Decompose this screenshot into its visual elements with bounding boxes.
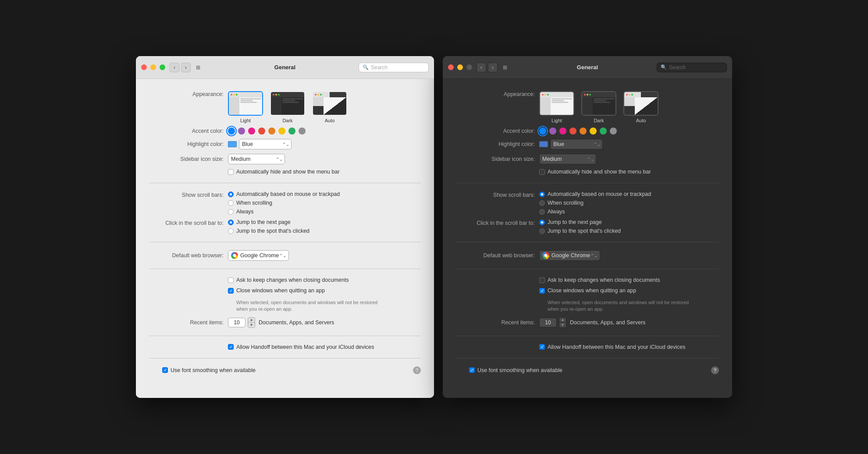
appearance-dark-thumb[interactable] — [270, 91, 305, 116]
scrollbars-radio1-light[interactable] — [228, 192, 234, 197]
recent-items-down-light[interactable]: ▼ — [248, 323, 255, 327]
close-windows-checkbox-light[interactable]: ✓ — [228, 288, 234, 294]
ask-keep-checkbox-light[interactable] — [228, 277, 234, 283]
recent-items-input-light[interactable] — [228, 318, 245, 327]
close-button-dark[interactable] — [448, 64, 454, 70]
scrollbars-radio3-dark[interactable] — [539, 209, 545, 215]
maximize-button-dark[interactable] — [466, 64, 472, 70]
browser-content-dark: Google Chrome ⌃⌄ — [539, 250, 719, 261]
accent-graphite-dark[interactable] — [610, 128, 617, 135]
accent-red-light[interactable] — [258, 128, 265, 135]
browser-content-light: Google Chrome ⌃⌄ — [228, 250, 421, 261]
scrollbars-radio2-light[interactable] — [228, 200, 234, 206]
back-button-dark[interactable]: ‹ — [477, 63, 486, 72]
accent-red-dark[interactable] — [569, 128, 576, 135]
handoff-content-dark: ✓ Allow Handoff between this Mac and you… — [539, 344, 719, 350]
accent-color-content-dark — [539, 128, 719, 135]
grid-button-dark[interactable]: ⊞ — [500, 63, 510, 72]
close-windows-checkbox-dark[interactable]: ✓ — [539, 288, 545, 294]
menubar-checkbox-light[interactable] — [228, 169, 234, 175]
accent-green-light[interactable] — [288, 128, 295, 135]
browser-value-dark: Google Chrome — [551, 252, 590, 259]
accent-blue-light[interactable] — [228, 128, 235, 135]
accent-graphite-light[interactable] — [299, 128, 306, 135]
content-dark: Appearance: — [443, 79, 732, 398]
clickscroll-radio1-light[interactable] — [228, 220, 234, 225]
help-button-light[interactable]: ? — [413, 366, 421, 374]
help-button-dark[interactable]: ? — [711, 366, 719, 374]
appearance-light-thumb[interactable] — [228, 91, 263, 116]
appearance-auto-option[interactable]: Auto — [312, 91, 347, 123]
font-smoothing-checkbox-dark[interactable]: ✓ — [469, 367, 475, 373]
accent-pink-dark[interactable] — [559, 128, 566, 135]
appearance-dark-thumb-dark[interactable] — [581, 91, 616, 116]
close-windows-note-row-light: When selected, open documents and window… — [149, 298, 421, 313]
sidebar-select-dark[interactable]: Medium — [539, 154, 596, 164]
clickscroll-radio2-light[interactable] — [228, 228, 234, 234]
browser-select-light[interactable]: Google Chrome ⌃⌄ — [228, 250, 289, 261]
minimize-button-dark[interactable] — [457, 64, 463, 70]
forward-button-dark[interactable]: › — [488, 63, 498, 72]
recent-items-up-dark[interactable]: ▲ — [559, 318, 566, 323]
browser-select-dark[interactable]: Google Chrome ⌃⌄ — [539, 250, 600, 261]
scrollbars-radio1-dark[interactable] — [539, 192, 545, 197]
appearance-auto-thumb-dark[interactable] — [623, 91, 658, 116]
recent-items-input-dark[interactable] — [539, 318, 557, 327]
recent-items-stepper-dark: ▲ ▼ — [539, 317, 566, 328]
clickscroll-option1-dark: Jump to the next page — [539, 219, 621, 225]
appearance-content-dark: Light — [539, 91, 719, 123]
font-smoothing-checkbox-light[interactable]: ✓ — [162, 367, 168, 373]
accent-orange-light[interactable] — [268, 128, 275, 135]
accent-yellow-light[interactable] — [278, 128, 285, 135]
forward-button-light[interactable]: › — [181, 63, 191, 72]
appearance-dark-label: Dark — [282, 118, 292, 123]
accent-pink-light[interactable] — [248, 128, 255, 135]
recent-items-arrows-light: ▲ ▼ — [248, 317, 255, 328]
appearance-dark-option-dark[interactable]: Dark — [581, 91, 616, 123]
appearance-light-thumb-dark[interactable] — [539, 91, 574, 116]
font-smoothing-label-dark: Use font smoothing when available — [477, 367, 562, 373]
highlight-select-wrapper-light: Blue ⌃⌄ — [228, 139, 292, 149]
titlebar-dark: ‹ › ⊞ General 🔍 Search — [443, 56, 732, 79]
scrollbars-radio3-light[interactable] — [228, 209, 234, 215]
handoff-checkbox-dark[interactable]: ✓ — [539, 344, 545, 350]
appearance-dark-option[interactable]: Dark — [270, 91, 305, 123]
recent-items-down-dark[interactable]: ▼ — [559, 323, 566, 327]
appearance-auto-option-dark[interactable]: Auto — [623, 91, 658, 123]
handoff-checkbox-label-light: Allow Handoff between this Mac and your … — [236, 344, 374, 350]
handoff-checkbox-light[interactable]: ✓ — [228, 344, 234, 350]
maximize-button-light[interactable] — [160, 64, 165, 70]
appearance-light-option-dark[interactable]: Light — [539, 91, 574, 123]
highlight-select-dark[interactable]: Blue — [550, 139, 603, 149]
appearance-light-label-dark: Light — [551, 118, 562, 123]
minimize-button-light[interactable] — [150, 64, 156, 70]
recent-items-up-light[interactable]: ▲ — [248, 318, 255, 323]
sidebar-select-light[interactable]: Medium — [228, 154, 285, 164]
content-light: Appearance: — [136, 79, 434, 398]
accent-purple-dark[interactable] — [549, 128, 556, 135]
chrome-icon-light — [231, 252, 238, 259]
search-box-light[interactable]: 🔍 Search — [359, 63, 429, 72]
highlight-select-light[interactable]: Blue — [239, 139, 292, 149]
accent-orange-dark[interactable] — [580, 128, 587, 135]
search-box-dark[interactable]: 🔍 Search — [657, 63, 727, 72]
grid-button-light[interactable]: ⊞ — [193, 63, 203, 72]
accent-blue-dark[interactable] — [539, 128, 546, 135]
menubar-checkbox-dark[interactable] — [539, 169, 545, 175]
nav-buttons-light: ‹ › — [170, 63, 191, 72]
clickscroll-radio2-dark[interactable] — [539, 228, 545, 234]
back-button-light[interactable]: ‹ — [170, 63, 179, 72]
traffic-lights-dark — [448, 64, 472, 70]
scrollbars-option3-dark: Always — [539, 209, 651, 215]
divider4-dark — [456, 336, 719, 336]
scrollbars-radio1-label-dark: Automatically based on mouse or trackpad — [548, 191, 651, 197]
accent-purple-light[interactable] — [238, 128, 245, 135]
appearance-light-option[interactable]: Light — [228, 91, 263, 123]
appearance-auto-thumb[interactable] — [312, 91, 347, 116]
ask-keep-checkbox-dark[interactable] — [539, 277, 545, 283]
accent-green-dark[interactable] — [600, 128, 607, 135]
clickscroll-radio1-dark[interactable] — [539, 220, 545, 225]
close-button-light[interactable] — [141, 64, 147, 70]
accent-yellow-dark[interactable] — [590, 128, 597, 135]
scrollbars-radio2-dark[interactable] — [539, 200, 545, 206]
